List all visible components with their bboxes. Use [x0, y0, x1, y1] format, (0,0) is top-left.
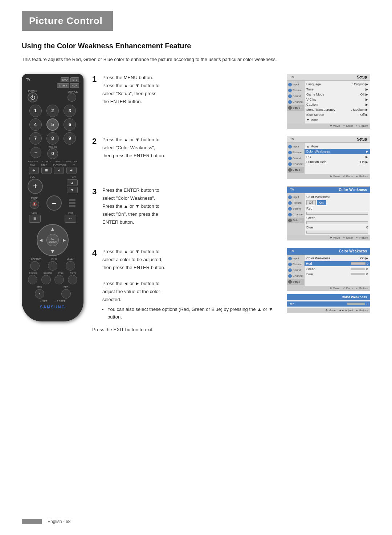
- page-title: Picture Control: [29, 15, 103, 27]
- step-1-block: 1 Press the MENU button. Press the ▲ or …: [92, 74, 370, 129]
- caption-button[interactable]: [30, 261, 40, 271]
- dpad-left[interactable]: ◄: [38, 237, 44, 243]
- p-mode-button[interactable]: [28, 275, 37, 284]
- set-label: ○ SET: [40, 300, 47, 303]
- num-7[interactable]: 7: [29, 132, 42, 145]
- remote-tv-label: TV: [26, 78, 30, 81]
- step-4-text: Press the ▲ or ▼ button to select a colo…: [102, 248, 282, 321]
- stb-button[interactable]: STB: [70, 77, 79, 82]
- num-0[interactable]: 0: [47, 148, 58, 159]
- num-2[interactable]: 2: [46, 105, 59, 117]
- panel-1-title: Setup: [357, 75, 367, 79]
- play-pause-label: PLAY/PAUSE: [53, 164, 66, 166]
- footer-bar: [22, 519, 42, 524]
- ch-up-button[interactable]: ▲: [67, 179, 78, 186]
- enter-button[interactable]: G/ ENTER: [46, 234, 59, 246]
- number-pad: 1 2 3 4 5 6 7 8 9: [28, 105, 78, 145]
- s-mode-label: S.MODE: [43, 272, 52, 274]
- ff-button[interactable]: ⏭: [66, 167, 77, 174]
- exit-label: EXIT: [65, 212, 76, 215]
- section-title: Using the Color Weakness Enhancement Fea…: [22, 42, 370, 50]
- step-1-text: Press the MENU button. Press the ▲ or ▼ …: [102, 74, 159, 106]
- vol-down-button[interactable]: –: [46, 195, 62, 211]
- still-label: STILL: [58, 272, 64, 274]
- mute-label: MUTE: [30, 197, 39, 199]
- mute-button[interactable]: 🔇: [30, 199, 39, 209]
- num-5[interactable]: 5: [46, 118, 59, 131]
- antenna-label: ANTENNA: [28, 161, 38, 163]
- step-2-number: 2: [92, 137, 99, 146]
- source-label: SOURCE: [68, 90, 78, 93]
- step-4-block: 4 Press the ▲ or ▼ button to select a co…: [92, 248, 370, 321]
- sidebar-setup-1: Setup: [287, 105, 304, 111]
- still-button[interactable]: [54, 275, 64, 284]
- vcr-button[interactable]: VCR: [70, 83, 79, 88]
- p-site-button[interactable]: [68, 275, 77, 284]
- num-9[interactable]: 9: [64, 132, 76, 145]
- info-label: INFO: [51, 258, 57, 260]
- num-4[interactable]: 4: [29, 118, 42, 131]
- srs-button[interactable]: [61, 289, 71, 299]
- sidebar-picture-1: Picture: [287, 88, 304, 93]
- exit-text: Press the EXIT button to exit.: [92, 327, 370, 332]
- step-1-number: 1: [92, 74, 99, 84]
- num-6[interactable]: 6: [64, 118, 76, 131]
- num-3[interactable]: 3: [64, 105, 76, 117]
- ch-down-button[interactable]: ▼: [67, 187, 78, 193]
- ff-label: FF: [73, 164, 75, 166]
- steps-container: 1 Press the MENU button. Press the ▲ or …: [92, 74, 370, 332]
- source-button[interactable]: [68, 93, 76, 102]
- wise-link-label: WISE LINK: [66, 161, 77, 163]
- s-mode-button[interactable]: [41, 275, 51, 284]
- remote-control: TV DVD STB CABLE VCR POWER ⏻ SOURCE: [22, 74, 83, 321]
- mts-button[interactable]: ●: [35, 289, 44, 299]
- caption-label: CAPTION: [31, 258, 41, 260]
- stop-button[interactable]: ⏹: [41, 167, 52, 174]
- menu-label: MENU: [29, 212, 41, 215]
- page-footer: English - 68: [22, 519, 370, 524]
- vol-up-button[interactable]: +: [28, 179, 43, 194]
- mts-label: MTS: [37, 286, 42, 288]
- menu-button[interactable]: ☰: [29, 215, 41, 223]
- num-1[interactable]: 1: [29, 105, 42, 117]
- exit-button[interactable]: ↩: [65, 215, 76, 223]
- dpad-down[interactable]: ▼: [50, 248, 55, 254]
- dvd-button[interactable]: DVD: [61, 77, 70, 82]
- play-pause-button[interactable]: ⏯: [54, 167, 64, 174]
- ch-label: CH: [72, 175, 75, 178]
- tv-label-1: TV: [290, 75, 294, 79]
- sidebar-input-1: Input: [287, 82, 304, 88]
- step-4-number: 4: [92, 248, 99, 258]
- p-mode-label: P.MODE: [29, 272, 37, 274]
- sidebar-sound-1: Sound: [287, 93, 304, 99]
- step-2-block: 2 Press the ▲ or ▼ button to select "Col…: [92, 136, 370, 179]
- sleep-button[interactable]: [66, 261, 75, 271]
- dpad-up[interactable]: ▲: [50, 226, 55, 232]
- power-label: POWER: [28, 90, 38, 92]
- tv-panel-3: TV Color Weakness Input Picture: [287, 186, 370, 240]
- rew-label: REW: [30, 164, 35, 166]
- step-3-text: Press the ENTER button to select "Color …: [102, 186, 159, 226]
- dpad-right[interactable]: ►: [62, 237, 67, 243]
- p-site-label: P.SITE: [70, 272, 76, 274]
- rew-button[interactable]: ⏮: [29, 167, 39, 174]
- step-3-block: 3 Press the ENTER button to select "Colo…: [92, 186, 370, 240]
- num-8[interactable]: 8: [46, 132, 59, 145]
- reset-label: ○ RESET: [54, 300, 65, 303]
- tv-panel-1: TV Setup Input Picture Sound: [287, 74, 370, 129]
- dash-button[interactable]: –: [30, 147, 41, 158]
- srs-label: SRS: [64, 286, 68, 288]
- footer-page-number: English - 68: [48, 519, 70, 524]
- power-button[interactable]: ⏻: [28, 92, 38, 102]
- ch-mgr-label: CH MGR: [42, 161, 51, 163]
- tv-panel-5: Color Weakness Red 0 ❖ Move◄►: [287, 294, 370, 313]
- info-button[interactable]: [48, 261, 57, 271]
- tv-panel-4: TV Color Weakness Input Picture: [287, 248, 370, 313]
- fav-ch-label: FAV.CH: [55, 161, 62, 163]
- vol-label: VOL: [30, 175, 35, 178]
- step-2-text: Press the ▲ or ▼ button to select "Color…: [102, 136, 165, 160]
- dpad: ▲ ▼ ◄ ► G/ ENTER: [37, 224, 69, 256]
- cable-button[interactable]: CABLE: [57, 83, 69, 88]
- stop-label: STOP: [41, 164, 47, 166]
- sidebar-channel-1: Channel: [287, 99, 304, 105]
